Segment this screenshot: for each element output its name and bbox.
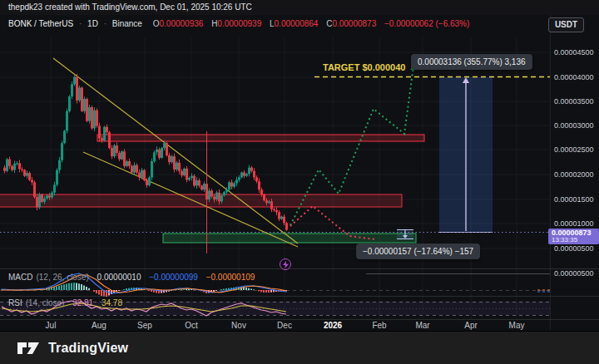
lightning-bolt-glyph bbox=[283, 261, 289, 268]
separator-dot: · bbox=[104, 19, 106, 28]
tradingview-brand-text[interactable]: TradingView bbox=[48, 341, 128, 356]
exchange-name[interactable]: Binance bbox=[112, 19, 142, 28]
time-axis-label: Nov bbox=[231, 321, 246, 330]
time-axis-label: Mar bbox=[415, 321, 429, 330]
lightning-icon[interactable] bbox=[280, 258, 291, 270]
macd-line-value: −0.00000099 bbox=[149, 273, 198, 282]
range-down-measurement-label: −0.00000157 (−17.64%) −157 bbox=[356, 243, 480, 259]
macd-title[interactable]: MACD bbox=[8, 273, 32, 282]
time-axis-label: May bbox=[509, 321, 525, 330]
time-axis-label: Dec bbox=[277, 321, 292, 330]
zone-resistance-upper bbox=[97, 135, 424, 141]
rsi-title[interactable]: RSI bbox=[8, 298, 22, 307]
open-value: 0.00000936 bbox=[160, 19, 204, 28]
price-axis-label: 0.00002500 bbox=[554, 145, 594, 154]
price-axis-label: 0.00003000 bbox=[554, 121, 594, 130]
low-label: L bbox=[270, 19, 275, 28]
time-axis-label: 2026 bbox=[324, 321, 342, 330]
close-value: 0.00000873 bbox=[332, 19, 376, 28]
macd-signal-value: −0.00000109 bbox=[206, 273, 255, 282]
time-axis-label: Apr bbox=[464, 321, 478, 330]
attribution-text: thepdk23 created with TradingView.com, D… bbox=[8, 2, 252, 12]
change-value: −0.00000062 (−6.63%) bbox=[384, 19, 469, 28]
high-value: 0.00000939 bbox=[217, 19, 261, 28]
zone-resistance-mid bbox=[0, 194, 402, 207]
price-zones bbox=[0, 135, 424, 243]
time-axis-label: Aug bbox=[92, 321, 106, 330]
range-measurement-box bbox=[439, 77, 493, 233]
tradingview-logo-icon[interactable] bbox=[17, 340, 42, 357]
rsi-value: 32.81 bbox=[72, 298, 93, 307]
price-axis-label: 0.00003500 bbox=[554, 97, 594, 106]
rsi-params: (14, close) bbox=[26, 298, 65, 307]
macd-params: (12, 26, close) bbox=[36, 273, 88, 282]
interval-button[interactable]: 1D bbox=[87, 19, 98, 28]
small-measure-marker bbox=[397, 229, 413, 239]
symbol-legend-row: BONK / TetherUS · 1D · Binance O0.000009… bbox=[8, 18, 473, 30]
macd-legend-row: MACD(12, 26, close) 0.00000010 −0.000000… bbox=[8, 273, 255, 283]
bar-countdown: 13:33:35 bbox=[552, 237, 599, 243]
low-value: 0.00000864 bbox=[275, 19, 319, 28]
price-axis-label: 0.00004000 bbox=[554, 73, 594, 81]
price-axis-label: 0.00000500 bbox=[554, 244, 594, 253]
current-price-badge: 0.00000873 13:33:35 bbox=[548, 229, 599, 244]
macd-hist-value: 0.00000010 bbox=[97, 273, 141, 282]
time-axis-label: Feb bbox=[372, 321, 386, 330]
wedge-upper bbox=[53, 58, 298, 243]
time-axis-label: Jul bbox=[46, 321, 57, 330]
separator-dot: · bbox=[79, 19, 82, 28]
price-axis-label: 0.00001000 bbox=[554, 219, 594, 228]
trendlines bbox=[53, 58, 298, 247]
range-up-measurement-label: 0.00003136 (355.77%) 3,136 bbox=[411, 54, 532, 70]
open-label: O bbox=[153, 19, 160, 28]
currency-toggle-button[interactable]: USDT bbox=[548, 17, 584, 32]
projection-paths bbox=[290, 64, 417, 239]
zone-support-green bbox=[163, 234, 416, 243]
rsi-ma-value: 34.78 bbox=[101, 298, 122, 307]
time-axis-label: Oct bbox=[185, 321, 198, 330]
attribution-bar: thepdk23 created with TradingView.com, D… bbox=[0, 0, 599, 15]
footer-bar: TradingView bbox=[0, 331, 599, 364]
tradingview-chart-window: thepdk23 created with TradingView.com, D… bbox=[0, 0, 599, 364]
rsi-legend-row: RSI(14, close) 32.81 34.78 bbox=[8, 298, 122, 308]
price-axis-label: 0.00002000 bbox=[554, 170, 594, 179]
symbol-name[interactable]: BONK / TetherUS bbox=[8, 19, 73, 28]
target-price-label: TARGET $0.000040 bbox=[323, 62, 406, 72]
price-axis-label: 0.00001500 bbox=[554, 195, 594, 204]
price-axis-label: 0.00000500 bbox=[554, 269, 594, 278]
candlesticks bbox=[3, 74, 288, 253]
price-axis-label: 0.00004500 bbox=[554, 48, 594, 57]
time-axis-label: Sep bbox=[137, 321, 152, 330]
